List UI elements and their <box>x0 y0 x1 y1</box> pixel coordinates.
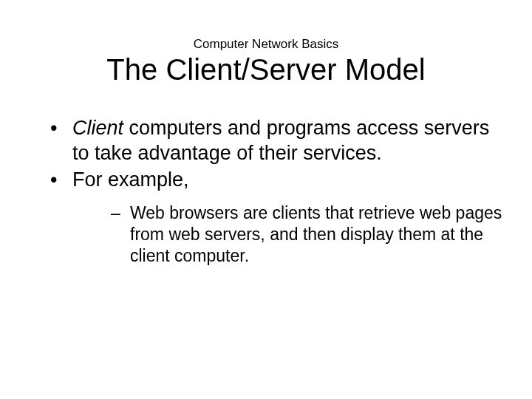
slide-title: The Client/Server Model <box>30 53 502 86</box>
list-item: For example, Web browsers are clients th… <box>37 168 502 267</box>
sub-bullet-list: Web browsers are clients that retrieve w… <box>72 202 502 266</box>
sub-list-item: Web browsers are clients that retrieve w… <box>72 202 502 266</box>
bullet-text: For example, <box>72 168 189 191</box>
list-item: Client computers and programs access ser… <box>37 116 502 166</box>
bullet-text: computers and programs access servers to… <box>72 117 489 164</box>
sub-bullet-text: Web browsers are clients that retrieve w… <box>130 203 502 265</box>
slide-header: Computer Network Basics The Client/Serve… <box>30 37 502 86</box>
bullet-list: Client computers and programs access ser… <box>37 116 502 267</box>
italic-term: Client <box>72 117 123 139</box>
slide-content: Client computers and programs access ser… <box>30 116 502 267</box>
slide-supertitle: Computer Network Basics <box>30 37 502 52</box>
